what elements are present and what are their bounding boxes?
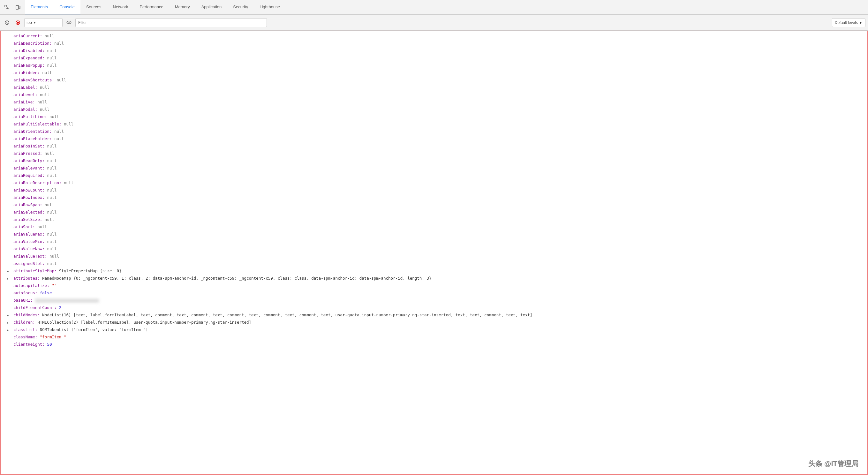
line-content: ariaHidden: null — [13, 70, 865, 76]
prop-name: autocapitalize: — [13, 283, 50, 288]
console-line: attributeStyleMap: StylePropertyMap {siz… — [1, 267, 867, 275]
tab-console[interactable]: Console — [54, 0, 81, 14]
tab-network[interactable]: Network — [107, 0, 134, 14]
prop-value-null: null — [47, 232, 57, 236]
prop-name: ariaLevel: — [13, 92, 37, 97]
prop-name: classList: — [13, 327, 37, 332]
prop-value-null: null — [54, 129, 64, 134]
expand-arrow-placeholder — [7, 70, 11, 76]
line-content: ariaValueMin: null — [13, 239, 865, 245]
tab-performance[interactable]: Performance — [134, 0, 169, 14]
prop-value-null: null — [47, 166, 57, 170]
prop-value-null: null — [47, 239, 57, 244]
prop-value-null: null — [40, 85, 50, 90]
console-line: className: "formItem " — [1, 334, 867, 341]
expand-arrow-placeholder — [7, 202, 11, 208]
line-content: className: "formItem " — [13, 334, 865, 340]
line-content: classList: DOMTokenList ["formItem", val… — [13, 326, 865, 333]
prop-value-null: null — [47, 261, 57, 266]
line-content: ariaCurrent: null — [13, 33, 865, 39]
expand-arrow-placeholder — [7, 341, 11, 348]
expand-arrow-placeholder — [7, 194, 11, 201]
prop-name: className: — [13, 335, 37, 339]
expand-arrow-placeholder — [7, 77, 11, 83]
prop-value-null: null — [47, 247, 57, 251]
expand-arrow[interactable] — [7, 268, 11, 274]
svg-line-4 — [6, 21, 8, 24]
console-line: classList: DOMTokenList ["formItem", val… — [1, 326, 867, 334]
console-line: ariaRowSpan: null — [1, 201, 867, 209]
line-content: ariaHasPopup: null — [13, 62, 865, 69]
filter-input[interactable] — [75, 18, 267, 27]
tab-lighthouse[interactable]: Lighthouse — [254, 0, 286, 14]
line-content: ariaLabel: null — [13, 84, 865, 91]
prop-value-complex: StylePropertyMap {size: 0} — [59, 268, 122, 273]
line-content: ariaDescription: null — [13, 40, 865, 46]
prop-name: ariaLabel: — [13, 85, 37, 90]
prop-value-null: null — [64, 122, 73, 126]
console-line: ariaMultiSelectable: null — [1, 121, 867, 128]
tab-bar: Elements Console Sources Network Perform… — [0, 0, 868, 15]
line-content: children: HTMLCollection(2) [label.formI… — [13, 319, 865, 326]
prop-name: ariaHidden: — [13, 70, 40, 75]
line-content: ariaReadOnly: null — [13, 158, 865, 164]
line-content: ariaMultiLine: null — [13, 114, 865, 120]
tab-memory[interactable]: Memory — [169, 0, 196, 14]
prop-value-null: null — [37, 224, 47, 229]
prop-name: ariaValueNow: — [13, 247, 45, 251]
prop-value-null: null — [47, 173, 57, 178]
console-line: ariaRowIndex: null — [1, 194, 867, 201]
svg-point-6 — [17, 22, 19, 24]
prop-value-null: null — [47, 195, 57, 200]
console-line: ariaValueText: null — [1, 253, 867, 260]
line-content: ariaPosInSet: null — [13, 143, 865, 149]
line-content: ariaRowSpan: null — [13, 202, 865, 208]
prop-value-complex: DOMTokenList ["formItem", value: "formIt… — [40, 327, 148, 332]
console-line: ariaSelected: null — [1, 209, 867, 216]
tab-security[interactable]: Security — [227, 0, 254, 14]
stop-recording-button[interactable] — [13, 18, 22, 27]
tab-application[interactable]: Application — [196, 0, 228, 14]
console-line: ariaRowCount: null — [1, 187, 867, 194]
expand-arrow-placeholder — [7, 33, 11, 39]
inspect-icon[interactable] — [3, 3, 11, 12]
expand-arrow[interactable] — [7, 275, 11, 282]
prop-value-complex: NamedNodeMap {0: _ngcontent-c59, 1: clas… — [42, 276, 431, 281]
console-line: ariaLevel: null — [1, 91, 867, 99]
expand-arrow-placeholder — [7, 246, 11, 252]
svg-rect-0 — [5, 5, 7, 7]
expand-arrow-placeholder — [7, 290, 11, 296]
level-label: Default levels ▼ — [835, 21, 863, 25]
expand-arrow-placeholder — [7, 283, 11, 289]
console-line: childElementCount: 2 — [1, 304, 867, 312]
context-selector[interactable]: top ▼ — [24, 18, 63, 27]
expand-arrow-placeholder — [7, 158, 11, 164]
expand-arrow[interactable] — [7, 326, 11, 333]
clear-console-button[interactable] — [3, 18, 11, 27]
line-content: ariaModal: null — [13, 106, 865, 113]
prop-name: ariaSort: — [13, 224, 35, 229]
tab-sources[interactable]: Sources — [81, 0, 107, 14]
device-toolbar-icon[interactable] — [13, 3, 22, 12]
console-line: ariaValueMax: null — [1, 231, 867, 238]
prop-name: childElementCount: — [13, 305, 57, 310]
expand-arrow-placeholder — [7, 136, 11, 142]
expand-arrow-placeholder — [7, 334, 11, 340]
prop-name: assignedSlot: — [13, 261, 45, 266]
expand-arrow[interactable] — [7, 312, 11, 318]
console-line: autocapitalize: "" — [1, 282, 867, 289]
line-content: ariaPressed: null — [13, 150, 865, 157]
prop-name: ariaDisabled: — [13, 48, 45, 53]
line-content: ariaRelevant: null — [13, 165, 865, 171]
tab-elements[interactable]: Elements — [25, 0, 54, 14]
eye-button[interactable] — [64, 18, 73, 27]
prop-name: ariaRowSpan: — [13, 202, 42, 207]
level-selector[interactable]: Default levels ▼ — [832, 18, 865, 27]
expand-arrow-placeholder — [7, 150, 11, 157]
prop-name: ariaExpanded: — [13, 56, 45, 60]
prop-name: ariaOrientation: — [13, 129, 52, 134]
expand-arrow[interactable] — [7, 319, 11, 326]
prop-value-null: null — [45, 151, 54, 156]
console-line: ariaRequired: null — [1, 172, 867, 180]
expand-arrow-placeholder — [7, 40, 11, 46]
